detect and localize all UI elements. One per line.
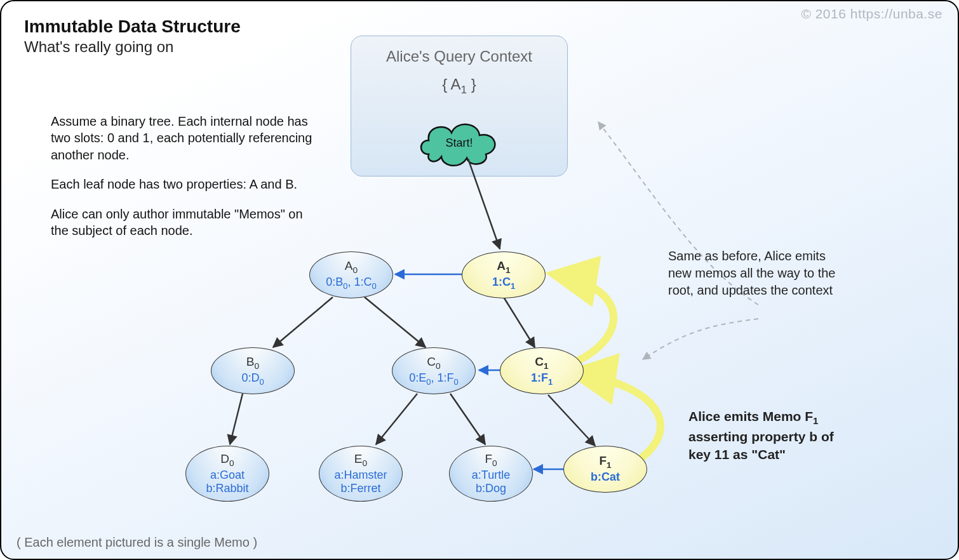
node-c1-label: C1 — [535, 355, 548, 371]
description-line-2: Each leaf node has two properties: A and… — [51, 176, 318, 192]
node-a1-sub: 1:C1 — [492, 276, 515, 291]
node-b0-label: B0 — [246, 355, 259, 371]
diagram-title: Immutable Data Structure — [24, 17, 241, 37]
edge-a1-c1 — [504, 297, 535, 347]
cloud-icon: Start! — [415, 117, 504, 167]
node-c0-label: C0 — [427, 355, 440, 371]
node-c0: C0 0:E0, 1:F0 — [392, 347, 476, 394]
diagram-subtitle: What's really going on — [24, 38, 173, 56]
copyright-text: © 2016 https://unba.se — [801, 6, 942, 22]
node-d0-b: b:Rabbit — [206, 482, 248, 495]
node-f1-sub: b:Cat — [591, 470, 620, 484]
node-b0: B0 0:D0 — [211, 347, 295, 394]
node-a0-label: A0 — [345, 259, 358, 276]
description-line-3: Alice can only author immutable "Memos" … — [51, 206, 318, 239]
edge-c1-f1 — [548, 395, 595, 446]
start-cloud: Start! — [415, 117, 504, 170]
node-e0-a: a:Hamster — [334, 469, 387, 482]
edge-c0-e0 — [376, 394, 417, 444]
edge-c0-f0 — [450, 394, 485, 444]
node-f0-b: b:Dog — [476, 482, 506, 495]
description-block: Assume a binary tree. Each internal node… — [51, 113, 318, 251]
query-context-set: { A1 } — [351, 76, 567, 97]
node-a1: A1 1:C1 — [462, 251, 546, 298]
node-f1-label: F1 — [599, 454, 611, 470]
node-a0-sub: 0:B0, 1:C0 — [326, 276, 376, 291]
note-alice-emits: Alice emits Memo F1 asserting property b… — [688, 408, 850, 463]
dashed-arrow-to-chain — [643, 319, 758, 359]
edge-a0-c0 — [365, 297, 426, 347]
node-d0: D0 a:Goat b:Rabbit — [185, 446, 269, 502]
query-context-box: Alice's Query Context { A1 } Start! — [351, 36, 568, 177]
edge-a0-b0 — [273, 297, 333, 347]
node-c0-sub: 0:E0, 1:F0 — [409, 371, 458, 387]
node-a1-label: A1 — [497, 259, 510, 276]
node-b0-sub: 0:D0 — [241, 371, 264, 387]
node-a0: A0 0:B0, 1:C0 — [309, 251, 393, 298]
start-label: Start! — [445, 137, 473, 149]
node-c1: C1 1:F1 — [500, 347, 584, 394]
node-d0-a: a:Goat — [210, 469, 245, 482]
node-e0-b: b:Ferret — [340, 482, 380, 495]
node-f0-a: a:Turtle — [472, 469, 510, 482]
footnote-text: ( Each element pictured is a single Memo… — [17, 535, 257, 550]
edge-b0-d0 — [230, 394, 243, 444]
node-f0: F0 a:Turtle b:Dog — [449, 446, 533, 502]
node-e0-label: E0 — [354, 452, 367, 469]
description-line-1: Assume a binary tree. Each internal node… — [51, 113, 318, 163]
node-c1-sub: 1:F1 — [531, 371, 553, 387]
node-d0-label: D0 — [220, 452, 234, 469]
node-f1: F1 b:Cat — [563, 446, 647, 493]
note-same-as-before: Same as before, Alice emits new memos al… — [668, 248, 852, 299]
node-f0-label: F0 — [485, 452, 497, 469]
query-context-title: Alice's Query Context — [351, 48, 567, 65]
diagram-stage: © 2016 https://unba.se Immutable Data St… — [0, 0, 959, 560]
node-e0: E0 a:Hamster b:Ferret — [319, 446, 403, 502]
